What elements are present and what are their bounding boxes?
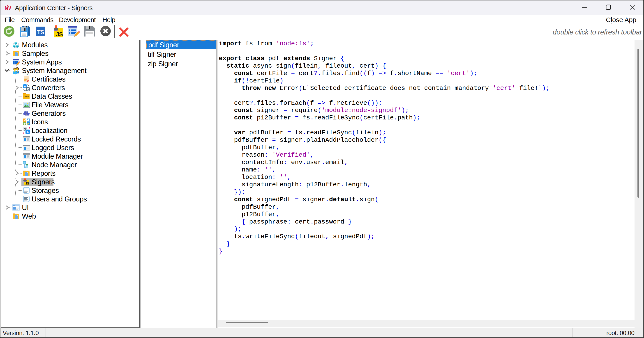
svg-text:JS: JS — [56, 31, 63, 37]
svg-text:V: V — [8, 4, 11, 12]
svg-text:TS: TS — [37, 29, 44, 35]
